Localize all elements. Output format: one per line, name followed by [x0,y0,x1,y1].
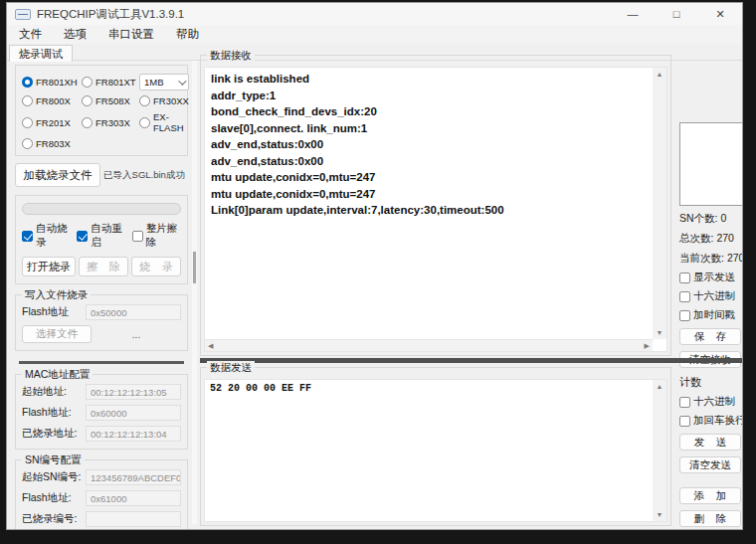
receive-hscrollbar[interactable]: ◀ ▶ [205,339,653,351]
checkbox-unchecked-icon [679,272,690,283]
mac-flash-input[interactable]: 0x60000 [86,405,181,421]
radio-fr803x[interactable]: FR803X [22,138,82,149]
mac-start-label: 起始地址: [22,385,86,399]
horizontal-splitter[interactable] [200,358,743,363]
sn-burned-input[interactable] [86,511,181,527]
checkbox-unchecked-icon [679,416,690,427]
mac-flash-label: Flash地址: [22,406,86,420]
data-send-section: 数据发送 52 20 00 00 EE FF ▲ ▼ [200,367,671,526]
receive-textarea[interactable]: link is establishedaddr_type:1bond_check… [204,67,667,352]
select-file-button[interactable]: 选择文件 [22,325,92,343]
radio-off-icon [82,77,93,88]
checkbox-unchecked-icon [132,231,143,242]
load-file-row: 加载烧录文件 已导入SGL.bin成功 [15,163,188,187]
left-panel-scrollbar[interactable] [192,61,197,524]
scroll-up-icon[interactable]: ▲ [657,68,663,81]
timestamp-checkbox[interactable]: 加时间戳 [679,308,743,322]
burn-group: 自动烧录 自动重启 整片擦除 打开烧录 擦 除 烧 录 [15,195,188,284]
radio-fr801xh[interactable]: FR801XH [22,77,82,88]
preview-box [679,122,743,206]
minimize-icon[interactable]: — [611,3,655,25]
load-status-text: 已导入SGL.bin成功 [100,169,188,182]
count-label: 计数 [679,375,743,390]
menu-options[interactable]: 选项 [64,27,87,42]
scroll-left-icon[interactable]: ◀ [205,342,216,350]
left-panel: FR801XH FR801XT 1MB FR800X FR508X FR30XX… [15,65,188,530]
app-icon [15,9,31,20]
send-hex-checkbox[interactable]: 十六进制 [679,395,743,409]
section-divider [19,361,184,364]
radio-fr800x[interactable]: FR800X [22,95,82,106]
maximize-icon[interactable]: □ [655,3,698,25]
receive-side-panel: SN个数:0 总次数:270 当前次数:270 显示发送 十六进制 加时间戳 保… [679,55,743,357]
send-button[interactable]: 发 送 [679,434,741,451]
radio-off-icon [139,117,150,128]
sn-count-stat: SN个数:0 [679,212,743,226]
checkbox-unchecked-icon [679,291,690,302]
file-path-text: ... [92,329,181,340]
data-send-title: 数据发送 [207,361,255,375]
radio-fr303x[interactable]: FR303X [82,117,139,128]
sn-flash-input[interactable]: 0x61000 [86,490,181,506]
mac-burned-label: 已烧录地址: [22,427,86,441]
mac-start-input[interactable]: 00:12:12:12:13:05 [86,384,181,400]
radio-off-icon [22,117,33,128]
current-count-stat: 当前次数:270 [679,252,743,266]
checkbox-unchecked-icon [679,310,690,321]
menu-serial-settings[interactable]: 串口设置 [108,27,154,42]
menu-help[interactable]: 帮助 [176,27,199,42]
auto-burn-checkbox[interactable]: 自动烧录 [22,222,71,250]
window-title: FREQCHIP调试工具V1.3.9.1 [37,7,184,22]
hex-display-checkbox[interactable]: 十六进制 [679,289,743,303]
send-content[interactable]: 52 20 00 00 EE FF [205,380,653,521]
send-vscrollbar[interactable]: ▲ ▼ [653,380,666,521]
radio-fr801xt[interactable]: FR801XT [82,77,139,88]
scroll-down-icon[interactable]: ▼ [657,508,663,521]
radio-fr201x[interactable]: FR201X [22,117,82,128]
crlf-checkbox[interactable]: 加回车换行 [679,414,743,428]
erase-button[interactable]: 擦 除 [79,257,128,276]
sn-config-title: SN编号配置 [22,453,85,467]
add-button[interactable]: 添 加 [679,487,741,504]
full-erase-checkbox[interactable]: 整片擦除 [132,222,181,250]
menu-bar: 文件 选项 串口设置 帮助 [7,25,742,44]
write-file-title: 写入文件烧录 [22,288,91,302]
receive-log: link is establishedaddr_type:1bond_check… [205,68,653,339]
radio-off-icon [22,95,33,106]
menu-file[interactable]: 文件 [19,27,42,42]
clear-send-button[interactable]: 清空发送 [679,456,741,473]
chevron-down-icon [178,77,186,85]
open-burn-button[interactable]: 打开烧录 [22,257,76,276]
tab-burn-debug[interactable]: 烧录调试 [9,45,73,62]
scroll-down-icon[interactable]: ▼ [657,326,663,339]
write-file-section: 写入文件烧录 Flash地址 0x50000 选择文件 ... [15,294,188,351]
delete-button[interactable]: 删 除 [679,510,741,527]
radio-off-icon [82,95,93,106]
flash-addr-input[interactable]: 0x50000 [86,304,181,320]
radio-fr508x[interactable]: FR508X [82,95,139,106]
write-button[interactable]: 烧 录 [131,257,181,276]
scroll-up-icon[interactable]: ▲ [657,380,663,393]
checkbox-checked-icon [77,231,88,242]
scroll-right-icon[interactable]: ▶ [642,342,653,350]
receive-vscrollbar[interactable]: ▲ ▼ [653,68,666,339]
sn-flash-label: Flash地址: [22,491,86,505]
send-textarea[interactable]: 52 20 00 00 EE FF ▲ ▼ [204,379,667,522]
load-burn-file-button[interactable]: 加载烧录文件 [15,163,100,187]
auto-restart-checkbox[interactable]: 自动重启 [77,222,125,250]
show-send-checkbox[interactable]: 显示发送 [679,271,743,284]
burn-buttons-row: 打开烧录 擦 除 烧 录 [22,257,181,276]
sn-start-input[interactable]: 123456789ABCDEF0 [86,469,181,485]
send-side-panel: 计数 十六进制 加回车换行 发 送 清空发送 添 加 删 除 [679,367,743,526]
radio-fr30xx[interactable]: FR30XX [139,95,189,106]
close-icon[interactable]: ✕ [698,3,742,25]
flash-size-dropdown[interactable]: 1MB [139,74,189,91]
checkbox-checked-icon [22,231,33,242]
total-count-stat: 总次数:270 [679,232,743,246]
save-button[interactable]: 保 存 [679,328,741,345]
radio-ex-flash[interactable]: EX-FLASH [139,111,189,133]
mac-config-title: MAC地址配置 [22,368,93,382]
scrollbar-thumb[interactable] [193,252,196,283]
mac-burned-input[interactable]: 00:12:12:12:13:04 [86,426,181,442]
title-bar: FREQCHIP调试工具V1.3.9.1 — □ ✕ [7,3,742,25]
